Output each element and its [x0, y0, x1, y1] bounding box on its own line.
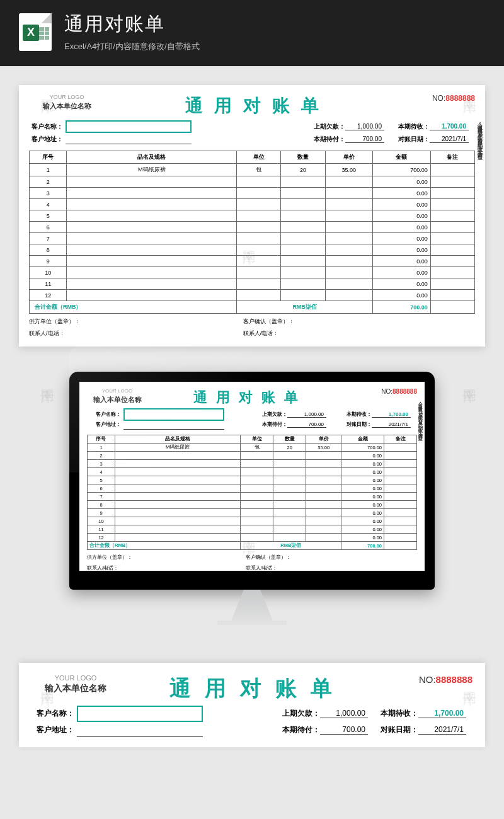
- cell-unit: [241, 501, 273, 509]
- cell-qty: [273, 452, 306, 460]
- customer-address-input[interactable]: [77, 723, 203, 737]
- cell-unit: [241, 509, 273, 517]
- cell-amount: 0.00: [373, 290, 431, 301]
- rec-date-label: 对账日期：: [391, 135, 430, 144]
- cell-price: [306, 452, 341, 460]
- curr-payable-value: 700.00: [287, 421, 326, 428]
- total-row: 合计金额（RMB） RMB柒佰 700.00: [88, 542, 417, 550]
- customer-name-input[interactable]: [77, 706, 203, 722]
- cell-seq: 1: [88, 444, 115, 452]
- cell-qty: [273, 534, 306, 542]
- cell-unit: [241, 534, 273, 542]
- cell-seq: 3: [30, 188, 67, 199]
- cell-price: [306, 484, 341, 493]
- cell-amount: 0.00: [341, 501, 384, 509]
- cell-price: [306, 534, 341, 542]
- table-row: 7 0.00: [30, 233, 475, 244]
- cell-seq: 9: [88, 509, 115, 517]
- supplier-seal-label: 供方单位（盖章）：: [87, 554, 246, 561]
- curr-payable-value: 700.00: [320, 725, 368, 735]
- side-notice: ＊疑问，请于收到此单5日内联系我司，谢谢合: [417, 431, 423, 433]
- excel-x-icon: X: [23, 25, 39, 41]
- cell-note: [384, 484, 417, 493]
- cell-price: [306, 501, 341, 509]
- cell-price: [325, 244, 373, 256]
- cell-unit: [241, 484, 273, 493]
- cell-unit: [237, 199, 281, 210]
- curr-receivable-label: 本期待收：: [374, 708, 418, 719]
- cell-qty: [281, 278, 325, 290]
- curr-receivable-value: 1,700.00: [430, 123, 469, 130]
- contact-label-right: 联系人/电话：: [246, 564, 417, 571]
- cell-amount: 0.00: [341, 460, 384, 468]
- cell-name: [115, 517, 241, 525]
- customer-address-label: 客户地址：: [29, 135, 66, 144]
- cell-price: [325, 176, 373, 188]
- cell-price: [325, 233, 373, 244]
- cell-qty: [281, 267, 325, 278]
- th-seq: 序号: [30, 151, 67, 164]
- cell-price: [306, 493, 341, 501]
- th-name: 品名及规格: [115, 435, 241, 444]
- cell-name: [67, 222, 237, 233]
- cell-price: 35.00: [306, 444, 341, 452]
- cell-name: [115, 509, 241, 517]
- cell-note: [430, 278, 474, 290]
- cell-amount: 0.00: [341, 452, 384, 460]
- cell-unit: [237, 267, 281, 278]
- customer-seal-label: 客户确认（盖章）：: [246, 554, 417, 561]
- cell-seq: 11: [30, 278, 67, 290]
- table-row: 5 0.00: [88, 476, 417, 484]
- cell-qty: [281, 188, 325, 199]
- cell-seq: 8: [30, 244, 67, 256]
- cell-unit: [241, 476, 273, 484]
- no-label: NO:: [432, 94, 445, 103]
- contact-label-left: 联系人/电话：: [87, 564, 246, 571]
- customer-address-label: 客户地址：: [32, 724, 77, 735]
- cell-seq: 10: [88, 517, 115, 525]
- cell-amount: 0.00: [373, 176, 431, 188]
- total-amount: 700.00: [341, 542, 384, 550]
- prev-debt-value: 1,000.00: [287, 411, 326, 418]
- table-row: 3 0.00: [30, 188, 475, 199]
- customer-address-input[interactable]: [123, 419, 224, 430]
- cell-unit: [241, 460, 273, 468]
- cell-seq: 10: [30, 267, 67, 278]
- rec-date-value: 2021/7/1: [372, 421, 411, 428]
- cell-note: [430, 164, 474, 176]
- curr-receivable-label: 本期待收：: [391, 122, 430, 131]
- th-qty: 数量: [273, 435, 306, 444]
- total-label: 合计金额（RMB）: [30, 301, 237, 314]
- cell-qty: [273, 476, 306, 484]
- preview-card-bottom: YOUR LOGO 输入本单位名称 通用对账单 NO:8888888 客户名称：…: [19, 663, 485, 747]
- cell-note: [430, 290, 474, 301]
- logo-placeholder: YOUR LOGO: [87, 388, 147, 394]
- cell-qty: [281, 222, 325, 233]
- cell-seq: 5: [88, 476, 115, 484]
- cell-note: [384, 501, 417, 509]
- cell-unit: [241, 468, 273, 476]
- cell-note: [384, 509, 417, 517]
- table-row: 5 0.00: [30, 210, 475, 222]
- table-row: 10 0.00: [30, 267, 475, 278]
- cell-seq: 8: [88, 501, 115, 509]
- cell-qty: [281, 176, 325, 188]
- th-unit: 单位: [241, 435, 273, 444]
- cell-seq: 4: [30, 199, 67, 210]
- curr-receivable-value: 1,700.00: [372, 411, 411, 418]
- cell-qty: 20: [281, 164, 325, 176]
- cell-unit: [237, 176, 281, 188]
- th-note: 备注: [384, 435, 417, 444]
- customer-address-input[interactable]: [66, 134, 192, 144]
- th-amount: 金额: [341, 435, 384, 444]
- prev-debt-value: 1,000.00: [320, 709, 368, 718]
- cell-amount: 0.00: [373, 188, 431, 199]
- table-row: 1 M码纸尿裤 包 20 35.00 700.00: [30, 164, 475, 176]
- page-subtitle: Excel/A4打印/内容随意修改/自带格式: [64, 41, 200, 52]
- cell-name: M码纸尿裤: [67, 164, 237, 176]
- customer-name-input[interactable]: [66, 120, 192, 133]
- cell-qty: [281, 256, 325, 267]
- cell-amount: 700.00: [373, 164, 431, 176]
- cell-unit: [237, 210, 281, 222]
- no-label: NO:: [381, 388, 392, 395]
